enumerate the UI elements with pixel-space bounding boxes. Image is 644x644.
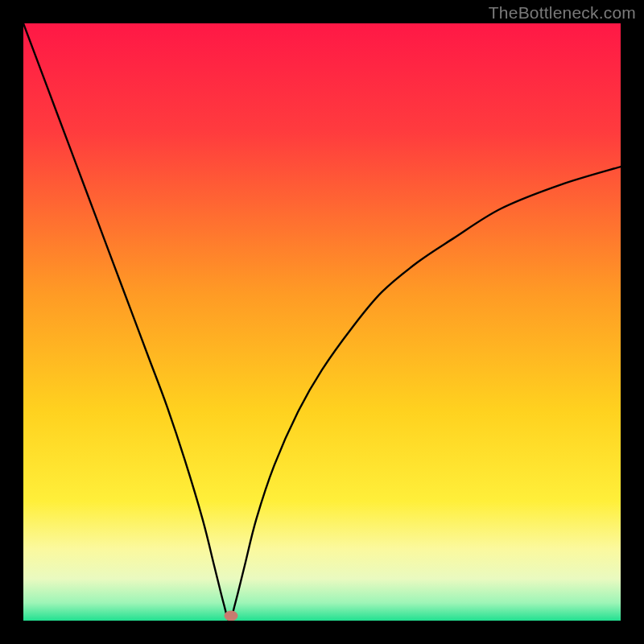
optimal-point-marker: [225, 611, 238, 621]
curve-layer: [23, 23, 621, 621]
plot-area: [23, 23, 621, 621]
watermark-text: TheBottleneck.com: [489, 3, 636, 23]
bottleneck-curve: [23, 23, 621, 621]
chart-frame: TheBottleneck.com: [0, 0, 644, 644]
